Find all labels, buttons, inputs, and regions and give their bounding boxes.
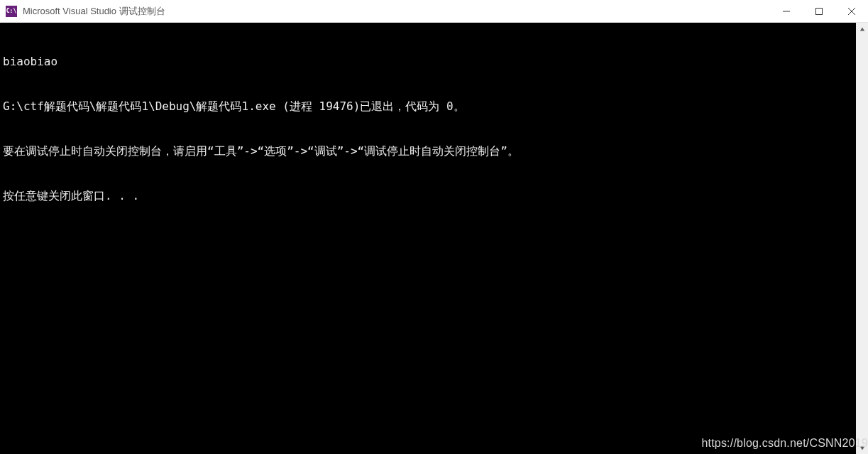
svg-marker-4 [859, 27, 864, 31]
console-area: biaobiao G:\ctf解题代码\解题代码1\Debug\解题代码1.ex… [0, 23, 868, 454]
close-button[interactable] [835, 0, 868, 22]
scroll-track[interactable] [856, 35, 868, 442]
svg-rect-1 [816, 8, 823, 14]
vertical-scrollbar[interactable] [856, 23, 868, 454]
app-icon: C:\ [6, 6, 17, 17]
window-title: Microsoft Visual Studio 调试控制台 [23, 5, 770, 18]
console-line: 按任意键关闭此窗口. . . [3, 188, 853, 203]
console-line: G:\ctf解题代码\解题代码1\Debug\解题代码1.exe (进程 194… [3, 99, 853, 114]
scroll-down-icon[interactable] [856, 442, 868, 454]
maximize-button[interactable] [803, 0, 835, 22]
console-line: biaobiao [3, 54, 853, 69]
scroll-up-icon[interactable] [856, 23, 868, 35]
window-controls [770, 0, 868, 22]
titlebar[interactable]: C:\ Microsoft Visual Studio 调试控制台 [0, 0, 868, 23]
minimize-button[interactable] [770, 0, 803, 22]
console-output[interactable]: biaobiao G:\ctf解题代码\解题代码1\Debug\解题代码1.ex… [0, 23, 856, 454]
svg-marker-5 [859, 446, 864, 450]
console-line: 要在调试停止时自动关闭控制台，请启用“工具”->“选项”->“调试”->“调试停… [3, 144, 853, 158]
